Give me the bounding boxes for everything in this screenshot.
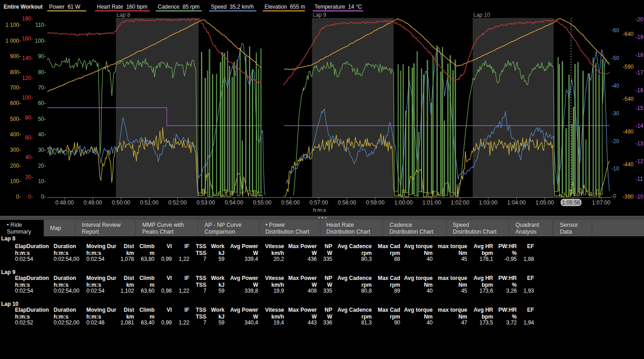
svg-text:0:58:00: 0:58:00 <box>338 199 356 206</box>
svg-text:-0: -0 <box>611 193 616 199</box>
svg-text:-40: -40 <box>611 83 619 89</box>
svg-text:600-: 600- <box>10 100 21 106</box>
svg-text:0:51:00: 0:51:00 <box>140 199 159 206</box>
svg-text:0:50:00: 0:50:00 <box>112 199 130 206</box>
svg-text:-12: -12 <box>635 158 644 165</box>
svg-text:100-: 100- <box>22 95 33 101</box>
svg-text:100-: 100- <box>10 178 21 184</box>
svg-text:-20: -20 <box>611 138 619 145</box>
svg-text:0-: 0- <box>28 194 33 200</box>
svg-text:700-: 700- <box>10 85 21 91</box>
svg-text:30-: 30- <box>38 147 46 153</box>
svg-text:60-: 60- <box>25 135 33 141</box>
svg-text:1 000-: 1 000- <box>5 38 21 44</box>
svg-text:120-: 120- <box>22 75 33 81</box>
svg-text:0:59:00: 0:59:00 <box>366 199 384 206</box>
svg-text:900-: 900- <box>10 53 21 60</box>
svg-text:-540: -540 <box>623 96 634 102</box>
svg-text:-18: -18 <box>635 52 644 58</box>
svg-text:10-: 10- <box>38 178 46 184</box>
svg-text:h:m:s: h:m:s <box>313 207 326 213</box>
svg-text:-15: -15 <box>635 105 644 111</box>
svg-text:1:04:00: 1:04:00 <box>507 199 526 206</box>
svg-text:200-: 200- <box>10 163 21 169</box>
svg-text:80-: 80- <box>25 115 33 121</box>
svg-text:Lap 10: Lap 10 <box>474 12 490 18</box>
svg-text:140-: 140- <box>22 55 33 61</box>
svg-text:1 100-: 1 100- <box>5 22 21 28</box>
svg-text:-10: -10 <box>611 165 619 172</box>
svg-text:1:00:00: 1:00:00 <box>394 199 413 206</box>
svg-text:300-: 300- <box>10 147 21 153</box>
svg-text:-50: -50 <box>611 55 619 61</box>
svg-text:-640: -640 <box>623 31 634 37</box>
svg-text:-60: -60 <box>611 27 619 34</box>
svg-text:90-: 90- <box>38 53 46 60</box>
svg-text:-590: -590 <box>623 64 634 70</box>
svg-text:-14: -14 <box>635 123 644 129</box>
svg-text:80-: 80- <box>38 69 46 75</box>
svg-text:1:05:56: 1:05:56 <box>562 199 580 206</box>
svg-text:500-: 500- <box>10 116 21 122</box>
svg-text:-30: -30 <box>611 110 619 117</box>
svg-text:1:07:00: 1:07:00 <box>592 199 610 206</box>
svg-text:50-: 50- <box>38 116 46 122</box>
svg-text:1:05:00: 1:05:00 <box>535 199 554 206</box>
svg-text:20-: 20- <box>38 163 46 169</box>
svg-text:-19: -19 <box>635 34 644 40</box>
svg-text:-16: -16 <box>635 87 644 94</box>
svg-text:110-: 110- <box>35 22 46 28</box>
svg-text:-440: -440 <box>623 161 634 168</box>
svg-text:40-: 40- <box>38 131 46 138</box>
svg-text:-10: -10 <box>635 194 644 200</box>
svg-text:1:01:00: 1:01:00 <box>423 199 441 206</box>
svg-text:0:52:00: 0:52:00 <box>168 199 187 206</box>
svg-text:-490: -490 <box>623 129 634 135</box>
svg-text:1:02:00: 1:02:00 <box>451 199 469 206</box>
svg-text:1:03:00: 1:03:00 <box>479 199 498 206</box>
svg-text:Lap 9: Lap 9 <box>313 12 326 18</box>
svg-text:-11: -11 <box>635 176 643 182</box>
svg-text:0-: 0- <box>41 194 46 200</box>
svg-text:100-: 100- <box>35 38 46 44</box>
svg-text:0:48:00: 0:48:00 <box>55 199 74 206</box>
svg-text:Lap 8: Lap 8 <box>117 12 130 18</box>
svg-text:0-: 0- <box>16 194 21 200</box>
svg-text:180-: 180- <box>22 15 33 22</box>
svg-text:-20: -20 <box>635 16 644 23</box>
svg-text:20-: 20- <box>25 174 33 180</box>
svg-text:0:49:00: 0:49:00 <box>84 199 102 206</box>
svg-text:40-: 40- <box>25 154 33 160</box>
svg-text:70-: 70- <box>38 85 46 91</box>
svg-text:0:56:00: 0:56:00 <box>281 199 300 206</box>
svg-text:0:55:00: 0:55:00 <box>253 199 272 206</box>
svg-text:0:57:00: 0:57:00 <box>310 199 328 206</box>
svg-text:-17: -17 <box>635 70 644 76</box>
svg-text:0:54:00: 0:54:00 <box>225 199 244 206</box>
svg-text:-390: -390 <box>623 194 634 200</box>
svg-text:0:53:00: 0:53:00 <box>196 199 215 206</box>
svg-text:400-: 400- <box>10 131 21 138</box>
svg-text:800-: 800- <box>10 69 21 75</box>
svg-text:60-: 60- <box>38 100 46 106</box>
svg-text:160-: 160- <box>22 35 33 42</box>
svg-text:-13: -13 <box>635 140 644 147</box>
